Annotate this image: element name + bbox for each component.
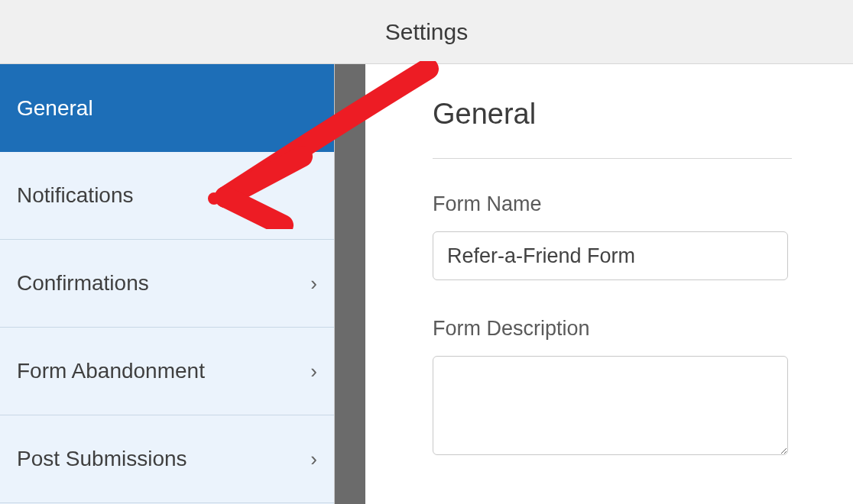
- page-title: Settings: [385, 19, 468, 45]
- chevron-right-icon: ›: [310, 272, 317, 296]
- header: Settings: [0, 0, 853, 64]
- form-name-label: Form Name: [433, 192, 792, 216]
- form-name-input[interactable]: [433, 231, 788, 280]
- sidebar-item-label: Notifications: [17, 183, 134, 208]
- sidebar-item-label: Form Abandonment: [17, 359, 205, 383]
- sidebar-item-label: Post Submissions: [17, 447, 187, 471]
- sidebar-item-post-submissions[interactable]: Post Submissions ›: [0, 415, 334, 503]
- sidebar-item-general[interactable]: General: [0, 64, 334, 152]
- chevron-right-icon: ›: [310, 360, 317, 383]
- chevron-right-icon: ›: [310, 447, 317, 471]
- sidebar-item-confirmations[interactable]: Confirmations ›: [0, 240, 334, 328]
- body: General Notifications Confirmations › Fo…: [0, 64, 853, 504]
- panel-divider: [335, 64, 365, 504]
- divider: [433, 158, 792, 159]
- panel-title: General: [433, 98, 792, 131]
- sidebar: General Notifications Confirmations › Fo…: [0, 64, 335, 504]
- main-panel: General Form Name Form Description: [365, 64, 853, 504]
- sidebar-item-label: General: [17, 96, 93, 121]
- form-description-textarea[interactable]: [433, 356, 788, 455]
- sidebar-item-form-abandonment[interactable]: Form Abandonment ›: [0, 328, 334, 415]
- form-description-label: Form Description: [433, 317, 792, 341]
- sidebar-item-notifications[interactable]: Notifications: [0, 152, 334, 240]
- sidebar-item-label: Confirmations: [17, 271, 149, 296]
